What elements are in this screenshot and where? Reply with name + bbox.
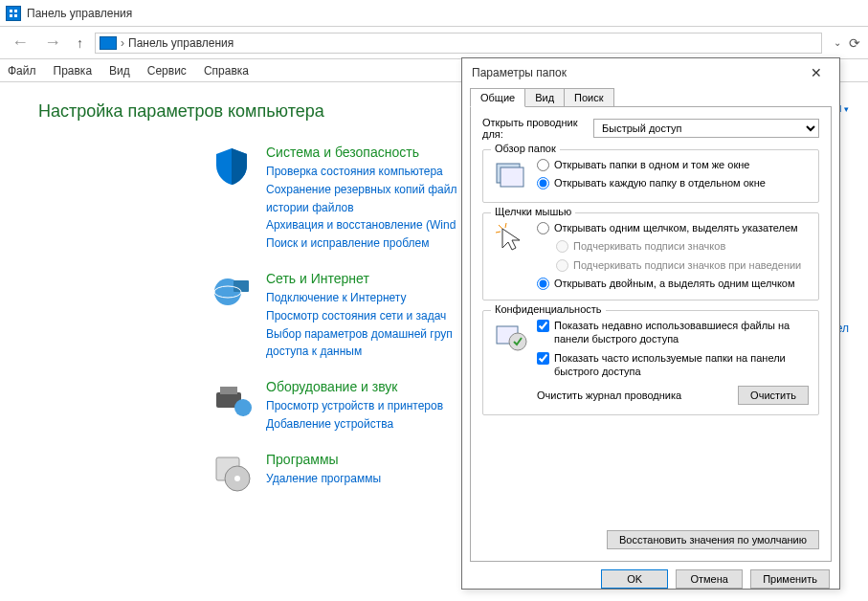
category-link[interactable]: Проверка состояния компьютера [266,164,457,180]
radio-same-window[interactable] [537,159,549,171]
control-panel-icon [6,6,21,21]
radio-underline-always [556,240,568,253]
svg-rect-5 [234,280,249,292]
nav-forward-icon[interactable]: → [40,31,65,55]
svg-rect-2 [10,14,12,17]
address-icon [100,36,117,50]
apply-button[interactable]: Применить [750,569,830,589]
close-icon[interactable]: ✕ [803,61,830,84]
window-title: Панель управления [27,7,132,20]
group-legend: Обзор папок [491,143,560,154]
checkbox-frequent-folders[interactable] [537,352,549,365]
svg-line-17 [496,232,501,233]
address-bar[interactable]: › Панель управления [95,33,822,54]
checkbox-frequent-folders-label[interactable]: Показать часто используемые папки на пан… [554,351,809,379]
dialog-button-row: OK Отмена Применить [462,569,839,598]
svg-rect-0 [10,10,12,12]
radio-underline-hover-label: Подчеркивать подписи значков при наведен… [573,258,801,272]
checkbox-recent-files-label[interactable]: Показать недавно использовавшиеся файлы … [554,319,809,346]
window-titlebar: Панель управления [0,0,868,27]
svg-point-9 [234,399,252,416]
category-title[interactable]: Система и безопасность [266,145,457,160]
address-text: Панель управления [128,36,234,50]
category-link[interactable]: Выбор параметров домашней груп [266,326,453,343]
radio-double-click[interactable] [537,278,549,290]
tab-view[interactable]: Вид [525,88,565,107]
cursor-click-icon [493,221,527,256]
category-link[interactable]: Поиск и исправление проблем [266,235,457,252]
dialog-tabs: Общие Вид Поиск [470,88,832,107]
globe-icon [211,271,253,313]
group-legend: Щелчки мышью [491,206,575,217]
category-link[interactable]: Сохранение резервных копий файл [266,182,457,198]
radio-underline-always-label: Подчеркивать подписи значков [573,239,725,253]
radio-new-window[interactable] [537,177,549,189]
clear-history-label: Очистить журнал проводника [537,390,681,401]
disc-icon [211,452,253,494]
menu-file[interactable]: Файл [8,64,36,78]
dialog-panel: Открыть проводник для: Быстрый доступ Об… [470,106,832,562]
category-link[interactable]: Подключение к Интернету [266,290,453,306]
refresh-icon[interactable]: ⟳ [849,35,860,51]
tab-search[interactable]: Поиск [565,88,613,107]
category-title[interactable]: Программы [266,452,381,467]
open-explorer-select[interactable]: Быстрый доступ [593,119,819,138]
category-link[interactable]: Архивация и восстановление (Wind [266,217,457,234]
category-link[interactable]: Удаление программы [266,471,381,487]
menu-view[interactable]: Вид [109,64,130,78]
category-link[interactable]: Просмотр устройств и принтеров [266,398,443,414]
nav-back-icon[interactable]: ← [8,31,33,55]
tab-general[interactable]: Общие [470,88,525,107]
cancel-button[interactable]: Отмена [676,569,743,589]
svg-point-12 [234,476,240,481]
radio-new-window-label[interactable]: Открывать каждую папку в отдельном окне [554,176,766,189]
folder-options-dialog: Параметры папок ✕ Общие Вид Поиск Открыт… [461,57,840,590]
clear-button[interactable]: Очистить [738,386,809,405]
svg-rect-3 [14,14,17,17]
address-separator: › [121,36,124,50]
svg-line-15 [499,225,502,229]
category-title[interactable]: Оборудование и звук [266,379,443,394]
category-link[interactable]: доступа к данным [266,344,453,360]
radio-single-click[interactable] [537,222,549,234]
checkbox-recent-files[interactable] [537,320,549,332]
svg-line-16 [505,223,506,228]
radio-double-click-label[interactable]: Открывать двойным, а выделять одним щелч… [554,277,795,290]
svg-rect-8 [220,387,237,394]
folder-window-icon [493,158,527,192]
group-legend: Конфиденциальность [491,303,606,315]
shield-icon [211,145,253,187]
menu-help[interactable]: Справка [204,64,249,78]
navigation-bar: ← → ↑ › Панель управления ⌄ ⟳ [0,27,868,59]
group-privacy: Конфиденциальность Показать недавно испо… [482,310,819,415]
open-explorer-label: Открыть проводник для: [482,117,588,140]
radio-underline-hover [556,259,568,272]
menu-edit[interactable]: Правка [54,64,93,78]
radio-same-window-label[interactable]: Открывать папки в одном и том же окне [554,158,749,171]
group-click-behavior: Щелчки мышью Открывать одним щелчком, вы… [482,212,819,300]
ok-button[interactable]: OK [601,569,668,589]
svg-rect-1 [14,10,17,12]
dialog-title: Параметры папок [472,66,567,79]
nav-up-icon[interactable]: ↑ [73,33,87,53]
restore-defaults-button[interactable]: Восстановить значения по умолчанию [607,530,819,549]
category-link[interactable]: Добавление устройства [266,416,443,433]
menu-tools[interactable]: Сервис [147,64,187,78]
dialog-titlebar: Параметры папок ✕ [462,58,839,87]
radio-single-click-label[interactable]: Открывать одним щелчком, выделять указат… [554,221,798,234]
group-browse-folders: Обзор папок Открывать папки в одном и то… [482,149,819,203]
privacy-icon [493,319,527,353]
category-link[interactable]: Просмотр состояния сети и задач [266,308,453,324]
address-dropdown-icon[interactable]: ⌄ [834,37,841,48]
printer-icon [211,379,253,421]
category-link[interactable]: истории файлов [266,200,457,216]
category-title[interactable]: Сеть и Интернет [266,271,453,286]
svg-rect-14 [501,167,523,187]
